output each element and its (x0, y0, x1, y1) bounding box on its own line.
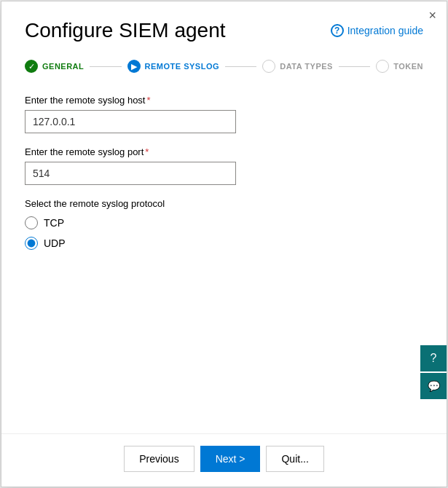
step-token-icon (376, 60, 389, 73)
side-help-icon: ? (431, 352, 437, 365)
step-general-label: GENERAL (42, 62, 84, 71)
dialog-title: Configure SIEM agent (25, 19, 226, 42)
previous-button[interactable]: Previous (124, 446, 194, 472)
integration-guide-link[interactable]: ? Integration guide (331, 24, 423, 37)
protocol-tcp-label: TCP (44, 217, 64, 229)
integration-guide-label: Integration guide (347, 25, 423, 36)
dialog-footer: Previous Next > Quit... (1, 433, 447, 487)
step-line-2 (225, 66, 256, 67)
configure-siem-dialog: × Configure SIEM agent ? Integration gui… (1, 1, 447, 487)
step-token-label: TOKEN (393, 62, 423, 71)
step-data-types-icon (262, 60, 275, 73)
protocol-label: Select the remote syslog protocol (25, 198, 423, 209)
side-chat-button[interactable]: 💬 (420, 373, 447, 399)
protocol-tcp-radio[interactable] (25, 216, 38, 229)
integration-guide-icon: ? (331, 24, 344, 37)
dialog-header: Configure SIEM agent ? Integration guide (1, 1, 447, 50)
next-button[interactable]: Next > (200, 446, 261, 472)
port-label: Enter the remote syslog port* (25, 146, 423, 157)
protocol-udp-option[interactable]: UDP (25, 237, 423, 250)
step-remote-syslog-label: REMOTE SYSLOG (145, 62, 219, 71)
port-input[interactable] (25, 162, 236, 185)
side-help-button[interactable]: ? (420, 345, 447, 371)
step-remote-syslog-icon: ▶ (127, 60, 141, 73)
protocol-udp-radio[interactable] (25, 237, 38, 250)
step-remote-syslog: ▶ REMOTE SYSLOG (127, 60, 219, 73)
protocol-tcp-option[interactable]: TCP (25, 216, 423, 229)
dialog-content: Enter the remote syslog host* Enter the … (1, 80, 447, 433)
close-button[interactable]: × (428, 9, 436, 22)
step-token: TOKEN (376, 60, 423, 73)
host-label: Enter the remote syslog host* (25, 95, 423, 106)
protocol-field-group: Select the remote syslog protocol TCP UD… (25, 198, 423, 250)
step-line-1 (90, 66, 121, 67)
side-actions: ? 💬 (420, 345, 447, 399)
step-general-icon: ✓ (25, 60, 38, 73)
host-field-group: Enter the remote syslog host* (25, 95, 423, 133)
step-general: ✓ GENERAL (25, 60, 84, 73)
port-field-group: Enter the remote syslog port* (25, 146, 423, 185)
protocol-udp-label: UDP (44, 237, 66, 249)
step-data-types: DATA TYPES (262, 60, 333, 73)
host-input[interactable] (25, 110, 236, 133)
step-data-types-label: DATA TYPES (280, 62, 333, 71)
step-line-3 (339, 66, 370, 67)
side-chat-icon: 💬 (428, 380, 440, 392)
quit-button[interactable]: Quit... (266, 446, 323, 472)
stepper: ✓ GENERAL ▶ REMOTE SYSLOG DATA TYPES TOK… (1, 50, 447, 80)
